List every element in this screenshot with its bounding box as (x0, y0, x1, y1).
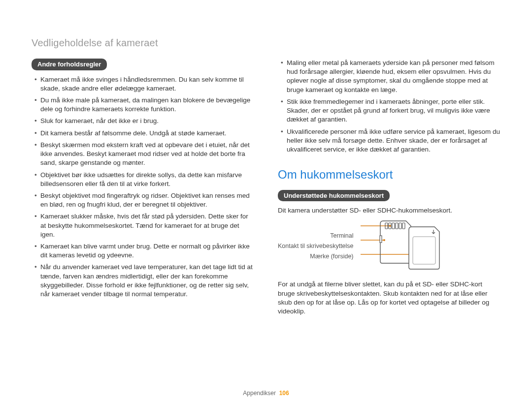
page-title: Vedligeholdelse af kameraet (32, 36, 500, 50)
svg-rect-9 (396, 223, 398, 229)
svg-rect-8 (392, 223, 395, 229)
list-item: Kameraet må ikke svinges i håndledsremme… (34, 75, 254, 93)
section-heading-memory-cards: Om hukommelseskort (278, 167, 500, 183)
pill-other-precautions: Andre forholdsregler (32, 59, 107, 70)
list-item: Stik ikke fremmedlegemer ind i kameraets… (281, 97, 500, 124)
sd-card-icon (361, 219, 454, 273)
list-item: Ukvalificerede personer må ikke udføre s… (281, 127, 500, 154)
list-item: Dit kamera består af følsomme dele. Undg… (34, 129, 254, 138)
svg-point-4 (383, 239, 385, 241)
list-item: Beskyt skærmen mod ekstern kraft ved at … (34, 141, 254, 168)
list-item: Når du anvender kameraet ved lave temper… (34, 263, 254, 299)
columns: Andre forholdsregler Kameraet må ikke sv… (32, 59, 500, 316)
list-item: Sluk for kameraet, når det ikke er i bru… (34, 117, 254, 125)
svg-rect-12 (380, 236, 382, 243)
footer-page-number: 106 (279, 390, 289, 397)
page: Vedligeholdelse af kameraet Andre forhol… (0, 0, 532, 401)
label-front: Mærke (forside) (310, 253, 353, 260)
column-right: Maling eller metal på kameraets yderside… (278, 59, 500, 316)
write-protect-description: For at undgå at filerne bliver slettet, … (278, 280, 500, 316)
supported-cards-description: Dit kamera understøtter SD- eller SDHC-h… (278, 206, 500, 215)
left-bullet-list: Kameraet må ikke svinges i håndledsremme… (32, 75, 254, 299)
svg-rect-10 (399, 223, 401, 229)
svg-rect-11 (402, 223, 405, 229)
pill-supported-cards: Understøttede hukommelseskort (278, 190, 390, 202)
list-item: Kameraet kan blive varmt under brug. Det… (34, 242, 254, 260)
sd-card-diagram-row: Terminal Kontakt til skrivebeskyttelse M… (278, 219, 500, 273)
column-left: Andre forholdsregler Kameraet må ikke sv… (32, 59, 254, 316)
list-item: Maling eller metal på kameraets yderside… (281, 59, 500, 94)
list-item: Du må ikke male på kameraet, da malingen… (34, 96, 254, 114)
list-item: Beskyt objektivet mod fingeraftryk og ri… (34, 191, 254, 209)
footer-section-label: Appendikser (243, 390, 276, 397)
label-terminal: Terminal (330, 232, 353, 240)
list-item: Objektivet bør ikke udsættes for direkte… (34, 171, 254, 188)
page-footer: Appendikser 106 (0, 389, 532, 397)
list-item: Kameraet slukker måske, hvis det får stø… (34, 212, 254, 239)
label-write-protect: Kontakt til skrivebeskyttelse (278, 243, 354, 250)
diagram-labels: Terminal Kontakt til skrivebeskyttelse M… (278, 232, 354, 260)
right-top-bullet-list: Maling eller metal på kameraets yderside… (278, 59, 500, 154)
